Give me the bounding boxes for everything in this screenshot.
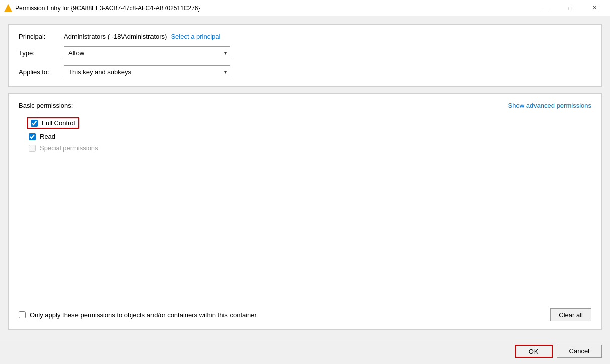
- title-bar-controls: — □ ✕: [535, 1, 606, 16]
- principal-row: Principal: Administrators ( -18\Administ…: [19, 33, 591, 40]
- bottom-row: Only apply these permissions to objects …: [19, 308, 591, 321]
- show-advanced-link[interactable]: Show advanced permissions: [508, 102, 591, 109]
- permission-entry-dialog: Permission Entry for {9CA88EE3-ACB7-47c8…: [0, 0, 610, 364]
- permissions-list: Full Control Read Special permissions: [19, 117, 591, 302]
- read-row: Read: [29, 133, 591, 140]
- applies-select[interactable]: This key and subkeys This key only Subke…: [64, 65, 230, 78]
- applies-label: Applies to:: [19, 68, 64, 76]
- permissions-header: Basic permissions: Show advanced permiss…: [19, 102, 591, 109]
- minimize-button[interactable]: —: [535, 1, 558, 16]
- special-permissions-checkbox: [29, 145, 36, 152]
- principal-name: Administrators ( -18\Administrators): [64, 33, 167, 40]
- read-checkbox[interactable]: [29, 133, 36, 140]
- only-apply-label[interactable]: Only apply these permissions to objects …: [30, 311, 257, 319]
- read-label[interactable]: Read: [40, 133, 55, 140]
- maximize-button[interactable]: □: [559, 1, 582, 16]
- applies-dropdown-wrapper: This key and subkeys This key only Subke…: [64, 65, 230, 78]
- permissions-section: Basic permissions: Show advanced permiss…: [8, 93, 602, 330]
- type-select[interactable]: Allow Deny: [64, 46, 230, 59]
- dialog-content: Principal: Administrators ( -18\Administ…: [0, 16, 610, 338]
- special-permissions-label: Special permissions: [40, 144, 98, 152]
- type-row: Type: Allow Deny ▾: [19, 46, 591, 59]
- type-label: Type:: [19, 49, 64, 57]
- principal-section: Principal: Administrators ( -18\Administ…: [8, 24, 602, 87]
- full-control-checkbox[interactable]: [31, 120, 38, 127]
- principal-label: Principal:: [19, 33, 64, 40]
- principal-value: Administrators ( -18\Administrators) Sel…: [64, 33, 220, 40]
- permissions-title: Basic permissions:: [19, 102, 73, 109]
- full-control-label[interactable]: Full Control: [42, 119, 75, 127]
- clear-all-button[interactable]: Clear all: [550, 308, 591, 321]
- only-apply-row: Only apply these permissions to objects …: [19, 311, 257, 319]
- ok-button[interactable]: OK: [515, 345, 553, 358]
- title-bar-text: Permission Entry for {9CA88EE3-ACB7-47c8…: [15, 5, 535, 12]
- applies-row: Applies to: This key and subkeys This ke…: [19, 65, 591, 78]
- dialog-footer: OK Cancel: [0, 338, 610, 364]
- close-button[interactable]: ✕: [583, 1, 606, 16]
- folder-icon: [4, 4, 12, 12]
- only-apply-checkbox[interactable]: [19, 311, 26, 318]
- full-control-row: Full Control: [27, 117, 79, 129]
- cancel-button[interactable]: Cancel: [557, 345, 602, 358]
- special-permissions-row: Special permissions: [29, 144, 591, 152]
- type-dropdown-wrapper: Allow Deny ▾: [64, 46, 230, 59]
- title-bar: Permission Entry for {9CA88EE3-ACB7-47c8…: [0, 0, 610, 16]
- select-principal-link[interactable]: Select a principal: [171, 33, 220, 40]
